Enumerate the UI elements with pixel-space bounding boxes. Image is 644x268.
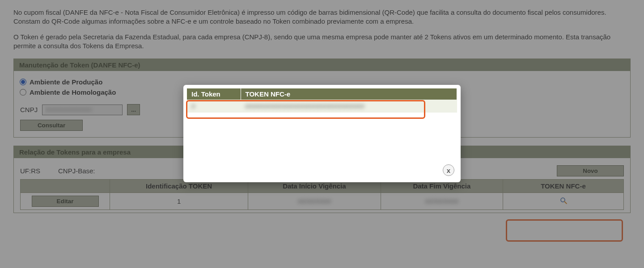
dlg-row: # ################################ — [187, 100, 457, 113]
dlg-col-token: TOKEN NFC-e — [241, 88, 457, 100]
dlg-col-id: Id. Token — [187, 88, 241, 100]
close-icon: x — [447, 167, 450, 174]
dialog-close-button[interactable]: x — [443, 164, 454, 176]
token-dialog: Id. Token TOKEN NFC-e # ################… — [183, 85, 461, 182]
dlg-cell-token: ################################ — [241, 100, 457, 113]
dlg-cell-id: # — [187, 100, 241, 113]
